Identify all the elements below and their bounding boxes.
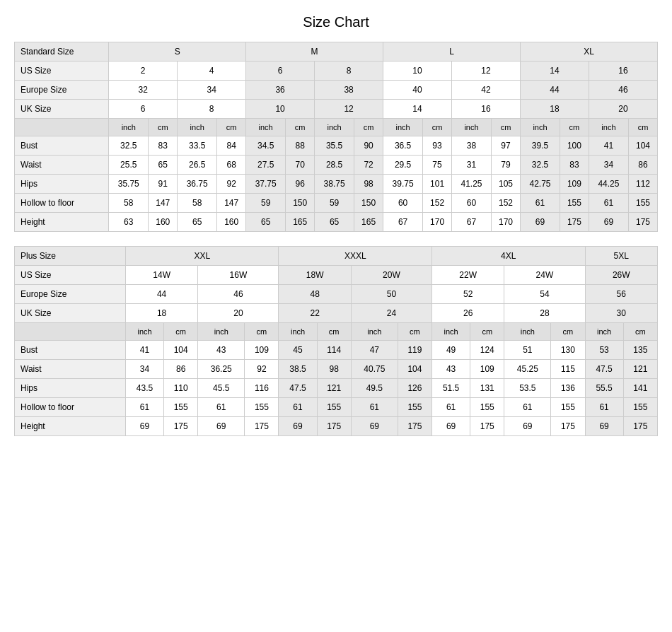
plus-uk-18: 18 [125, 304, 197, 323]
plus-waist-1: 86 [164, 360, 198, 379]
xxxl-group-header: XXXL [279, 247, 432, 266]
uk-12: 12 [315, 100, 383, 119]
std-bust-7: 90 [354, 136, 383, 156]
plus-waist-10: 45.25 [504, 360, 551, 379]
plus-bust-label: Bust [15, 341, 126, 360]
plus-hollow-2: 61 [198, 398, 245, 417]
4xl-group-header: 4XL [432, 247, 586, 266]
std-bust-15: 104 [628, 136, 657, 156]
std-bust-13: 100 [560, 136, 589, 156]
plus-bust-0: 41 [125, 341, 163, 360]
plus-hollow-10: 61 [504, 398, 551, 417]
plus-hips-5: 121 [317, 379, 351, 398]
plus-hollow-4: 61 [279, 398, 317, 417]
std-ic-6: cm [286, 119, 315, 136]
plus-ic-9: inch [432, 323, 470, 341]
std-height-15: 175 [628, 213, 657, 232]
plus-hips-11: 136 [551, 379, 585, 398]
std-ic-14: cm [560, 119, 589, 136]
std-ic-12: cm [492, 119, 521, 136]
std-hips-10: 41.25 [452, 175, 492, 194]
plus-us-size-row: US Size 14W 16W 18W 20W 22W 24W 26W [15, 266, 658, 285]
std-height-3: 160 [217, 213, 246, 232]
plus-waist-row: Waist 34 86 36.25 92 38.5 98 40.75 104 4… [15, 360, 658, 379]
std-waist-row: Waist 25.5 65 26.5 68 27.5 70 28.5 72 29… [15, 156, 658, 175]
plus-ic-5: inch [279, 323, 317, 341]
l-group-header: L [383, 42, 521, 62]
plus-hips-2: 45.5 [198, 379, 245, 398]
std-bust-5: 88 [286, 136, 315, 156]
plus-bust-5: 114 [317, 341, 351, 360]
std-hollow-0: 58 [109, 194, 149, 213]
plus-hollow-12: 61 [585, 398, 623, 417]
std-hips-1: 91 [149, 175, 178, 194]
plus-waist-label: Waist [15, 360, 126, 379]
plus-size-table: Plus Size XXL XXXL 4XL 5XL US Size 14W 1… [14, 246, 658, 436]
std-height-10: 67 [452, 213, 492, 232]
std-waist-3: 68 [217, 156, 246, 175]
page-title: Size Chart [14, 14, 658, 30]
plus-height-1: 175 [164, 417, 198, 436]
std-height-14: 69 [589, 213, 628, 232]
std-waist-9: 75 [423, 156, 452, 175]
plus-ic-14: cm [623, 323, 657, 341]
std-hollow-8: 60 [383, 194, 423, 213]
std-bust-2: 33.5 [178, 136, 217, 156]
std-hips-9: 101 [423, 175, 452, 194]
std-ic-1: inch [109, 119, 149, 136]
std-hollow-11: 152 [492, 194, 521, 213]
std-hollow-label: Hollow to floor [15, 194, 109, 213]
std-hips-11: 105 [492, 175, 521, 194]
std-height-1: 160 [149, 213, 178, 232]
std-hips-row: Hips 35.75 91 36.75 92 37.75 96 38.75 98… [15, 175, 658, 194]
plus-hips-row: Hips 43.5 110 45.5 116 47.5 121 49.5 126… [15, 379, 658, 398]
plus-uk-26: 26 [432, 304, 504, 323]
plus-hips-7: 126 [398, 379, 431, 398]
std-hips-12: 42.75 [520, 175, 560, 194]
plus-ic-13: inch [585, 323, 623, 341]
plus-size-header-row: Plus Size XXL XXXL 4XL 5XL [15, 247, 658, 266]
plus-height-8: 69 [432, 417, 470, 436]
plus-hollow-8: 61 [432, 398, 470, 417]
plus-ic-4: cm [245, 323, 279, 341]
std-bust-3: 84 [217, 136, 246, 156]
std-waist-7: 72 [354, 156, 383, 175]
plus-eu-46: 46 [198, 285, 279, 304]
plus-hips-13: 141 [623, 379, 657, 398]
m-group-header: M [246, 42, 383, 62]
plus-uk-size-label: UK Size [15, 304, 126, 323]
std-height-12: 69 [520, 213, 560, 232]
uk-14: 14 [383, 100, 452, 119]
std-ic-13: inch [520, 119, 560, 136]
plus-bust-7: 119 [398, 341, 431, 360]
std-hollow-3: 147 [217, 194, 246, 213]
standard-size-label: Standard Size [15, 42, 109, 62]
plus-ic-8: cm [398, 323, 431, 341]
standard-size-header-row: Standard Size S M L XL [15, 42, 658, 62]
std-waist-8: 29.5 [383, 156, 423, 175]
std-waist-14: 34 [589, 156, 628, 175]
std-height-label: Height [15, 213, 109, 232]
std-bust-6: 35.5 [315, 136, 354, 156]
std-hips-5: 96 [286, 175, 315, 194]
plus-europe-size-row: Europe Size 44 46 48 50 52 54 56 [15, 285, 658, 304]
plus-uk-24: 24 [351, 304, 431, 323]
std-hips-4: 37.75 [246, 175, 286, 194]
std-bust-11: 97 [492, 136, 521, 156]
us-2: 2 [109, 62, 178, 81]
plus-waist-12: 47.5 [585, 360, 623, 379]
plus-height-4: 69 [279, 417, 317, 436]
plus-hips-1: 110 [164, 379, 198, 398]
plus-bust-10: 51 [504, 341, 551, 360]
eu-38: 38 [315, 81, 383, 100]
plus-hollow-1: 155 [164, 398, 198, 417]
plus-height-10: 69 [504, 417, 551, 436]
plus-hips-6: 49.5 [351, 379, 398, 398]
std-hollow-2: 58 [178, 194, 217, 213]
plus-hips-label: Hips [15, 379, 126, 398]
plus-height-row: Height 69 175 69 175 69 175 69 175 69 17… [15, 417, 658, 436]
plus-ic-7: inch [351, 323, 398, 341]
std-ic-3: inch [178, 119, 217, 136]
plus-height-label: Height [15, 417, 126, 436]
plus-hollow-11: 155 [551, 398, 585, 417]
